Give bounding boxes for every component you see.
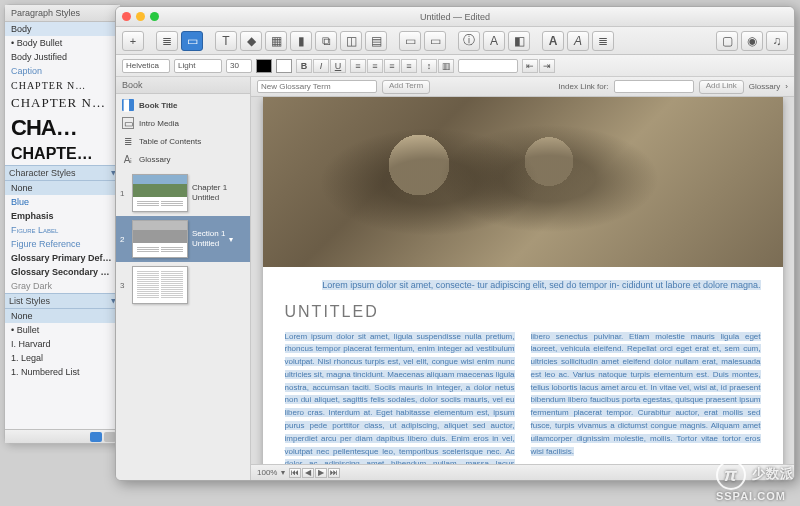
canvas[interactable]: Lorem ipsum dolor sit amet, consecte- tu…	[251, 97, 794, 464]
align-center-button[interactable]: ≡	[367, 59, 383, 73]
list-button[interactable]: ≣	[592, 31, 614, 51]
style-caption[interactable]: Caption	[5, 64, 120, 78]
bg-color-swatch[interactable]	[276, 59, 292, 73]
thumb-page	[132, 174, 188, 212]
bigfont-button[interactable]: A	[542, 31, 564, 51]
footer-button-1[interactable]	[90, 432, 102, 442]
book-sidebar: Book ▋Book Title ▭Intro Media ≣Table of …	[116, 77, 251, 480]
colors-button[interactable]: ◧	[508, 31, 530, 51]
align-right-button[interactable]: ≡	[384, 59, 400, 73]
intro-media-item[interactable]: ▭Intro Media	[116, 114, 250, 132]
add-term-button[interactable]: Add Term	[382, 80, 430, 94]
column-2[interactable]: libero senectus pulvinar. Etiam molestie…	[531, 331, 761, 465]
textbox-button[interactable]: T	[215, 31, 237, 51]
view-pages-button[interactable]: ▭	[181, 31, 203, 51]
toolbar: + ≣ ▭ T ◆ ▦ ▮ ⧉ ◫ ▤ ▭ ▭ ⓘ A ◧ A A ≣ ▢ ◉ …	[116, 27, 794, 55]
publish-button[interactable]: ◉	[741, 31, 763, 51]
index-link-input[interactable]	[614, 80, 694, 93]
toc-item[interactable]: ≣Table of Contents	[116, 132, 250, 150]
charstyle-emphasis[interactable]: Emphasis	[5, 209, 120, 223]
zoom-chevron-icon[interactable]: ▾	[281, 468, 285, 477]
hero-image[interactable]	[263, 97, 783, 267]
outdent-button[interactable]: ⇤	[522, 59, 538, 73]
align-justify-button[interactable]: ≡	[401, 59, 417, 73]
charstyle-glossary-primary[interactable]: Glossary Primary Def…	[5, 251, 120, 265]
glossary-item[interactable]: AᵢGlossary	[116, 150, 250, 168]
style-picker[interactable]	[458, 59, 518, 73]
style-chapter-4[interactable]: CHAPTE…	[5, 143, 120, 165]
preview-button[interactable]: ▢	[716, 31, 738, 51]
titlebar[interactable]: Untitled — Edited	[116, 7, 794, 27]
style-body-bullet[interactable]: Body Bullet	[5, 36, 120, 50]
glossary-label: Glossary	[139, 155, 171, 164]
html-button[interactable]: ▤	[365, 31, 387, 51]
spacing-button[interactable]: ↕	[421, 59, 437, 73]
thumb-page	[132, 266, 188, 304]
next-page-button[interactable]: ▶	[315, 468, 327, 478]
first-page-button[interactable]: ⏮	[289, 468, 301, 478]
italic-button[interactable]: I	[313, 59, 329, 73]
inspector-button[interactable]: ⓘ	[458, 31, 480, 51]
charstyle-gray-dark[interactable]: Gray Dark	[5, 279, 120, 293]
add-pages-button[interactable]: +	[122, 31, 144, 51]
underline-button[interactable]: U	[330, 59, 346, 73]
style-chapter-2[interactable]: CHAPTER NU…	[5, 93, 120, 113]
fonts-button[interactable]: A	[483, 31, 505, 51]
book-title-item[interactable]: ▋Book Title	[116, 96, 250, 114]
new-glossary-term-input[interactable]	[257, 80, 377, 93]
paragraph-styles-header: Paragraph Styles	[5, 5, 120, 22]
style-chapter-3[interactable]: CHA…	[5, 113, 120, 143]
bold-button[interactable]: B	[296, 59, 312, 73]
thumb-section-1[interactable]: 2 Section 1Untitled ▾	[116, 216, 250, 262]
thumb-page-3[interactable]: 3	[116, 262, 250, 308]
chevron-down-icon[interactable]: ▾	[229, 235, 233, 244]
styles-button[interactable]: A	[567, 31, 589, 51]
liststyle-none[interactable]: None	[5, 309, 120, 323]
last-page-button[interactable]: ⏭	[328, 468, 340, 478]
widgets-button[interactable]: ⧉	[315, 31, 337, 51]
columns-button[interactable]: ▥	[438, 59, 454, 73]
shapes-button[interactable]: ◆	[240, 31, 262, 51]
intro-text[interactable]: Lorem ipsum dolor sit amet, consecte- tu…	[263, 267, 783, 299]
close-icon[interactable]	[122, 12, 131, 21]
zoom-icon[interactable]	[150, 12, 159, 21]
thumb-chapter-1[interactable]: 1 Chapter 1Untitled	[116, 170, 250, 216]
liststyle-legal[interactable]: 1. Legal	[5, 351, 120, 365]
charstyle-figure-ref[interactable]: Figure Reference	[5, 237, 120, 251]
column-1[interactable]: Lorem ipsum dolor sit amet, ligula suspe…	[285, 331, 515, 465]
prev-page-button[interactable]: ◀	[302, 468, 314, 478]
minimize-icon[interactable]	[136, 12, 145, 21]
chevron-right-icon[interactable]: ›	[785, 82, 788, 91]
charstyle-none[interactable]: None	[5, 181, 120, 195]
body-columns[interactable]: Lorem ipsum dolor sit amet, ligula suspe…	[263, 331, 783, 465]
view-outline-button[interactable]: ≣	[156, 31, 178, 51]
charstyle-blue[interactable]: Blue	[5, 195, 120, 209]
text-color-swatch[interactable]	[256, 59, 272, 73]
front-icon: ▭	[405, 34, 416, 48]
liststyle-bullet[interactable]: Bullet	[5, 323, 120, 337]
liststyle-harvard[interactable]: I. Harvard	[5, 337, 120, 351]
font-size-select[interactable]: 30	[226, 59, 252, 73]
media-button[interactable]: ♫	[766, 31, 788, 51]
align-left-button[interactable]: ≡	[350, 59, 366, 73]
front-button[interactable]: ▭	[399, 31, 421, 51]
document-page[interactable]: Lorem ipsum dolor sit amet, consecte- tu…	[263, 97, 783, 464]
font-family-select[interactable]: Helvetica	[122, 59, 170, 73]
style-chapter-1[interactable]: CHAPTER N…	[5, 78, 120, 93]
style-body-justified[interactable]: Body Justified	[5, 50, 120, 64]
table-button[interactable]: ▦	[265, 31, 287, 51]
charstyle-figure-label[interactable]: Figure Label	[5, 223, 120, 237]
glossary-link[interactable]: Glossary	[749, 82, 781, 91]
style-body[interactable]: Body	[5, 22, 120, 36]
add-link-button[interactable]: Add Link	[699, 80, 744, 94]
font-weight-select[interactable]: Light	[174, 59, 222, 73]
charts-button[interactable]: ▮	[290, 31, 312, 51]
liststyle-numbered[interactable]: 1. Numbered List	[5, 365, 120, 379]
charstyle-glossary-secondary[interactable]: Glossary Secondary …	[5, 265, 120, 279]
page-title[interactable]: UNTITLED	[263, 299, 783, 331]
table-icon: ▦	[271, 34, 282, 48]
zoom-level[interactable]: 100%	[257, 468, 277, 477]
3d-button[interactable]: ◫	[340, 31, 362, 51]
indent-button[interactable]: ⇥	[539, 59, 555, 73]
back-button[interactable]: ▭	[424, 31, 446, 51]
